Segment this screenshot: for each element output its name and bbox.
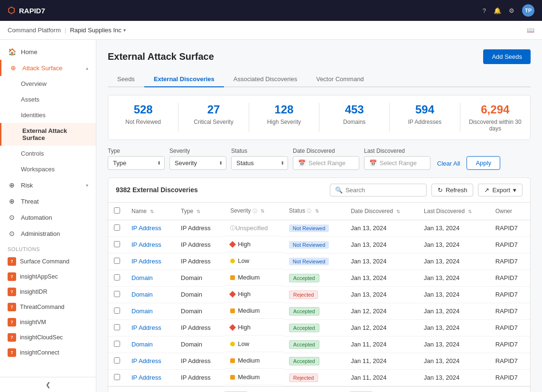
- row-checkbox[interactable]: [114, 291, 120, 297]
- filter-type-select[interactable]: Type: [108, 156, 165, 170]
- sort-severity-icon[interactable]: ⇅: [261, 208, 264, 214]
- select-all-checkbox[interactable]: [114, 207, 120, 214]
- name-link[interactable]: IP Address: [131, 357, 161, 364]
- name-link[interactable]: IP Address: [131, 374, 161, 381]
- sidebar-item-overview[interactable]: Overview: [0, 76, 96, 92]
- insightvm-logo: 7: [8, 318, 16, 327]
- add-seeds-button[interactable]: Add Seeds: [483, 49, 531, 64]
- name-link[interactable]: Domain: [131, 274, 153, 281]
- help-icon[interactable]: ?: [483, 7, 486, 14]
- tab-external-discoveries[interactable]: External Discoveries: [144, 72, 224, 87]
- export-chevron: ▾: [513, 187, 516, 194]
- tab-vector-command[interactable]: Vector Command: [307, 72, 373, 87]
- row-owner: RAPID7: [490, 369, 530, 386]
- status-badge: Not Reviewed: [289, 224, 329, 232]
- sort-status-icon[interactable]: ⇅: [315, 208, 319, 214]
- sort-last-icon[interactable]: ⇅: [468, 209, 472, 214]
- sort-type-icon[interactable]: ⇅: [196, 209, 200, 214]
- sidebar-item-external-attack-surface[interactable]: External Attack Surface: [0, 123, 96, 146]
- tabs-container: Seeds External Discoveries Associated Di…: [108, 72, 531, 87]
- sort-name-icon[interactable]: ⇅: [150, 209, 154, 214]
- col-owner: Owner: [490, 203, 530, 220]
- tab-seeds[interactable]: Seeds: [108, 72, 144, 87]
- company-selector[interactable]: Rapid Supplies Inc: [70, 27, 121, 34]
- pagination-bar: 1 to 100 of 301 entries. Prev 1 ... 4 5 …: [108, 386, 530, 392]
- row-checkbox-cell: [108, 286, 126, 303]
- row-checkbox-cell: [108, 369, 126, 386]
- filter-status-label: Status: [231, 148, 288, 154]
- filter-severity-select[interactable]: Severity: [169, 156, 226, 170]
- sidebar-item-administration[interactable]: ⊙ Administration: [0, 225, 96, 242]
- severity-low-icon: [230, 259, 235, 263]
- name-link[interactable]: IP Address: [131, 258, 161, 265]
- bell-icon[interactable]: 🔔: [494, 7, 501, 14]
- name-link[interactable]: IP Address: [131, 224, 161, 232]
- row-status: Rejected: [283, 369, 345, 386]
- sidebar-item-controls[interactable]: Controls: [0, 146, 96, 161]
- filter-date-discovered-picker[interactable]: 📅 Select Range: [293, 156, 359, 170]
- name-link[interactable]: IP Address: [131, 324, 161, 331]
- filters-row: Type Type Severity Severity Status: [108, 148, 531, 170]
- sub-nav-book-icon[interactable]: 📖: [527, 27, 534, 34]
- table-row: Domain Domain High Rejected Jan 13, 2024…: [108, 286, 530, 303]
- sidebar-item-automation[interactable]: ⊙ Automation: [0, 209, 96, 225]
- sidebar-solution-insightidr[interactable]: 7 insightIDR: [0, 284, 96, 299]
- sidebar-item-threat[interactable]: ⊕ Threat: [0, 193, 96, 209]
- stat-discovered-30: 6,294 Discovered within 30 days: [460, 103, 530, 132]
- surface-command-logo: 7: [8, 257, 16, 266]
- sidebar-solution-surface-command[interactable]: 7 Surface Command: [0, 254, 96, 269]
- collapse-icon: ❮: [46, 381, 51, 388]
- clear-all-button[interactable]: Clear All: [435, 157, 462, 170]
- sidebar-solution-insightvm[interactable]: 7 insightVM: [0, 315, 96, 330]
- sidebar-item-workspaces[interactable]: Workspaces: [0, 161, 96, 177]
- name-link[interactable]: Domain: [131, 341, 153, 348]
- col-checkbox: [108, 203, 126, 220]
- row-checkbox[interactable]: [114, 258, 120, 264]
- name-link[interactable]: IP Address: [131, 241, 161, 248]
- sidebar-item-attack-surface[interactable]: ⊕ Attack Surface ▴: [0, 60, 96, 76]
- sidebar-item-risk[interactable]: ⊕ Risk ▾: [0, 177, 96, 193]
- row-checkbox[interactable]: [114, 224, 120, 231]
- filter-status-select[interactable]: Status: [231, 156, 288, 170]
- sub-nav: Command Platform | Rapid Supplies Inc ▾ …: [0, 21, 542, 40]
- severity-text: High: [238, 241, 251, 248]
- row-checkbox[interactable]: [114, 324, 120, 330]
- sidebar-label-external-attack-surface: External Attack Surface: [22, 127, 88, 141]
- sidebar-label-automation: Automation: [21, 214, 52, 221]
- row-checkbox[interactable]: [114, 274, 120, 280]
- avatar[interactable]: TP: [522, 4, 534, 17]
- sidebar-solution-insightappsec[interactable]: 7 insightAppSec: [0, 269, 96, 284]
- row-last-discovered: Jan 13, 2024: [418, 270, 490, 286]
- status-badge: Accepted: [289, 307, 319, 316]
- sidebar-solution-insightconnect[interactable]: 7 insightConnect: [0, 345, 96, 360]
- status-badge: Accepted: [289, 274, 319, 282]
- page-header: External Attack Surface Add Seeds: [108, 49, 531, 64]
- sidebar-item-home[interactable]: 🏠 Home: [0, 44, 96, 60]
- name-link[interactable]: Domain: [131, 308, 153, 315]
- export-button[interactable]: ↗ Export ▾: [478, 184, 523, 196]
- company-chevron[interactable]: ▾: [123, 28, 126, 33]
- row-checkbox[interactable]: [114, 374, 120, 380]
- refresh-button[interactable]: ↻ Refresh: [431, 184, 474, 196]
- row-checkbox[interactable]: [114, 357, 120, 364]
- apply-button[interactable]: Apply: [467, 156, 500, 170]
- sidebar-item-assets[interactable]: Assets: [0, 92, 96, 107]
- tab-associated-discoveries[interactable]: Associated Discoveries: [224, 72, 307, 87]
- sidebar-collapse-button[interactable]: ❮: [0, 377, 96, 392]
- settings-icon[interactable]: ⚙: [509, 7, 514, 14]
- table-title: 9382 External Discoveries: [116, 186, 198, 194]
- row-owner: RAPID7: [490, 353, 530, 369]
- sidebar-solution-threatcommand[interactable]: 7 ThreatCommand: [0, 299, 96, 315]
- filter-last-discovered-picker[interactable]: 📅 Select Range: [364, 156, 430, 170]
- row-status: Not Reviewed: [283, 236, 345, 253]
- row-checkbox[interactable]: [114, 341, 120, 347]
- row-checkbox[interactable]: [114, 241, 120, 247]
- row-owner: RAPID7: [490, 236, 530, 253]
- row-checkbox[interactable]: [114, 308, 120, 314]
- sidebar-item-identities[interactable]: Identities: [0, 107, 96, 123]
- chevron-down-risk-icon: ▾: [86, 183, 88, 188]
- name-link[interactable]: Domain: [131, 291, 153, 298]
- sort-date-icon[interactable]: ⇅: [396, 209, 400, 214]
- sidebar-solution-insightcloudsec[interactable]: 7 insightCloudSec: [0, 330, 96, 345]
- search-input[interactable]: [346, 187, 421, 194]
